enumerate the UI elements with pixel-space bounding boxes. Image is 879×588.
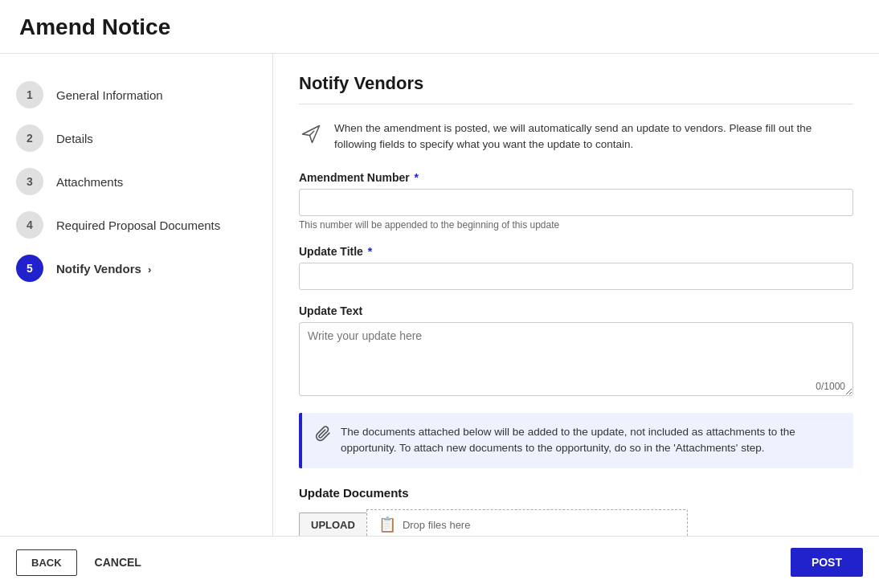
- required-marker: *: [411, 171, 419, 184]
- step-label-5: Notify Vendors ›: [56, 262, 151, 276]
- step-circle-2: 2: [16, 125, 43, 152]
- sidebar-item-attachments[interactable]: 3 Attachments: [16, 160, 256, 203]
- chevron-right-icon: ›: [148, 263, 151, 276]
- drop-files-text: Drop files here: [403, 519, 471, 531]
- update-documents-label: Update Documents: [299, 486, 853, 500]
- sidebar-item-notify-vendors[interactable]: 5 Notify Vendors ›: [16, 247, 256, 290]
- step-circle-1: 1: [16, 81, 43, 108]
- content-area: 1 General Information 2 Details 3 Attach…: [0, 54, 879, 536]
- update-title-label: Update Title *: [299, 245, 853, 258]
- upload-button[interactable]: UPLOAD: [299, 512, 366, 536]
- back-button[interactable]: BACK: [16, 549, 77, 576]
- amendment-number-hint: This number will be appended to the begi…: [299, 219, 853, 231]
- step-label-4: Required Proposal Documents: [56, 218, 220, 232]
- section-divider: [299, 104, 853, 104]
- step-label-2: Details: [56, 132, 93, 145]
- update-title-field-group: Update Title *: [299, 245, 853, 290]
- alert-box: The documents attached below will be add…: [299, 413, 853, 469]
- update-text-textarea[interactable]: [299, 322, 853, 396]
- upload-row: UPLOAD 📋 Drop files here: [299, 509, 853, 536]
- update-title-input[interactable]: [299, 263, 853, 290]
- update-text-label: Update Text: [299, 304, 853, 317]
- drop-zone[interactable]: 📋 Drop files here: [366, 509, 688, 536]
- section-title: Notify Vendors: [299, 73, 853, 94]
- textarea-wrapper: 0/1000: [299, 322, 853, 398]
- sidebar-item-details[interactable]: 2 Details: [16, 116, 256, 160]
- alert-text: The documents attached below will be add…: [341, 424, 840, 458]
- drop-file-icon: 📋: [378, 516, 396, 533]
- required-marker-2: *: [365, 245, 372, 258]
- amendment-number-input[interactable]: [299, 189, 853, 216]
- update-text-field-group: Update Text 0/1000: [299, 304, 853, 398]
- page-header: Amend Notice: [0, 0, 879, 54]
- step-circle-5: 5: [16, 255, 43, 282]
- step-circle-3: 3: [16, 168, 43, 195]
- send-icon: [299, 122, 323, 149]
- info-text: When the amendment is posted, we will au…: [334, 120, 853, 153]
- info-box: When the amendment is posted, we will au…: [299, 120, 853, 153]
- amendment-number-field-group: Amendment Number * This number will be a…: [299, 171, 853, 231]
- sidebar-item-required-proposal-documents[interactable]: 4 Required Proposal Documents: [16, 203, 256, 247]
- sidebar: 1 General Information 2 Details 3 Attach…: [0, 54, 273, 536]
- step-label-3: Attachments: [56, 175, 123, 189]
- sidebar-item-general-information[interactable]: 1 General Information: [16, 73, 256, 116]
- step-circle-4: 4: [16, 211, 43, 239]
- cancel-button[interactable]: CANCEL: [87, 549, 149, 575]
- paperclip-icon: [315, 426, 331, 444]
- update-documents-section: Update Documents UPLOAD 📋 Drop files her…: [299, 486, 853, 536]
- step-label-1: General Information: [56, 88, 163, 102]
- main-content: Notify Vendors When the amendment is pos…: [273, 54, 879, 536]
- post-button[interactable]: POST: [791, 548, 863, 577]
- amendment-number-label: Amendment Number *: [299, 171, 853, 184]
- page-title: Amend Notice: [19, 14, 860, 40]
- footer: BACK CANCEL POST: [0, 536, 879, 588]
